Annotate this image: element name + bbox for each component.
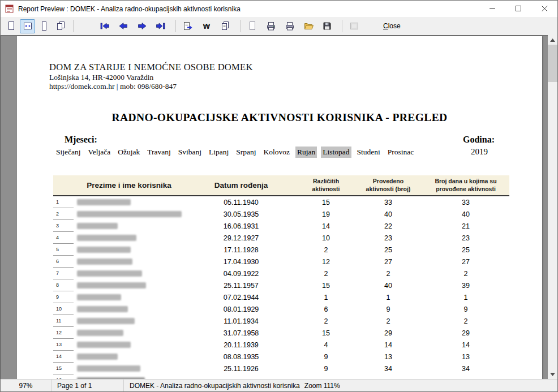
print-button[interactable] (282, 19, 297, 33)
table-row: 1111.01.1934222 (53, 315, 509, 327)
page-setup-button[interactable] (244, 19, 260, 33)
row-activities-count: 1 (354, 294, 422, 301)
row-name-redacted (74, 354, 184, 360)
row-distinct-activities: 9 (298, 365, 354, 373)
row-number: 1 (53, 196, 74, 208)
print-setup-button[interactable] (263, 19, 278, 33)
goto-page-button[interactable] (180, 19, 195, 33)
page-100-view-button[interactable] (36, 19, 51, 33)
row-name-redacted (74, 270, 184, 277)
first-page-button[interactable] (97, 19, 112, 33)
row-activity-days: 40 (422, 210, 509, 218)
table-row: 1525.11.192693434 (53, 363, 509, 374)
scroll-up-icon[interactable] (548, 35, 557, 45)
toolbar-separator (342, 20, 342, 32)
row-name-redacted (74, 282, 184, 288)
status-progress: 97% (1, 380, 51, 391)
vertical-scrollbar[interactable] (548, 35, 557, 379)
row-activities-count: 23 (354, 234, 422, 242)
row-birthdate: 17.04.1930 (184, 258, 298, 266)
multi-page-view-button[interactable] (53, 19, 68, 33)
row-distinct-activities: 14 (298, 222, 354, 230)
toolbar: W (1, 17, 557, 35)
row-distinct-activities: 19 (298, 210, 354, 218)
row-distinct-activities: 2 (298, 270, 354, 278)
row-distinct-activities: 6 (298, 305, 354, 313)
row-name-redacted (74, 365, 184, 372)
watermark-button[interactable]: W (199, 19, 214, 33)
prev-page-button[interactable] (115, 19, 131, 33)
copy-page-button[interactable] (217, 19, 233, 33)
row-name-redacted (74, 342, 184, 348)
report-page: DOM ZA STARIJE I NEMOĆNE OSOBE DOMEK Loš… (17, 36, 542, 379)
toolbar-separator (175, 20, 176, 32)
year-label: Godina: (463, 135, 495, 145)
report-letterhead: DOM ZA STARIJE I NEMOĆNE OSOBE DOMEK Loš… (49, 62, 542, 91)
app-icon (5, 5, 14, 14)
row-number: 15 (53, 363, 74, 374)
row-birthdate: 08.08.1935 (184, 353, 298, 361)
row-distinct-activities: 15 (298, 199, 354, 206)
months-header: Mjeseci: Godina: (65, 135, 495, 145)
row-number: 14 (53, 351, 74, 363)
row-activities-count: 40 (354, 210, 422, 218)
row-name-redacted (74, 330, 184, 336)
row-activities-count: 27 (354, 258, 422, 266)
row-name-redacted (74, 259, 184, 265)
row-number: 12 (53, 327, 74, 339)
next-page-button[interactable] (134, 19, 149, 33)
maximize-button[interactable] (505, 1, 531, 17)
row-activities-count: 14 (354, 341, 422, 349)
table-header: Prezime i ime korisnika Datum rođenja Ra… (53, 175, 509, 196)
row-birthdate: 11.01.1934 (184, 317, 298, 325)
row-name-redacted (74, 223, 184, 229)
row-number: 13 (53, 339, 74, 351)
row-number: 10 (53, 303, 74, 315)
table-row: 907.02.1944111 (53, 291, 509, 303)
row-name-redacted (74, 306, 184, 312)
status-zoom: Zoom 111% (304, 382, 340, 390)
month-rujan: Rujan (295, 147, 317, 158)
header-distinct-activities: Različitih aktivnosti (298, 175, 354, 195)
row-birthdate: 25.11.1957 (184, 282, 298, 290)
row-activities-count: 2 (354, 317, 422, 325)
whole-page-view-button[interactable] (3, 19, 19, 33)
open-report-button[interactable] (301, 19, 316, 33)
table-row: 517.11.192822525 (53, 244, 509, 256)
month-lipanj: Lipanj (207, 147, 230, 158)
row-number: 3 (53, 220, 74, 232)
save-report-button[interactable] (319, 19, 334, 33)
status-document: DOMEK - Analiza radno-okupacijskih aktiv… (124, 380, 557, 391)
row-distinct-activities: 4 (298, 341, 354, 349)
row-activity-days: 25 (422, 246, 509, 254)
row-activities-count: 40 (354, 282, 422, 290)
fit-width-view-button[interactable] (20, 19, 35, 33)
row-activity-days: 39 (422, 282, 509, 290)
row-activities-count: 34 (354, 365, 422, 373)
table-row: 1008.01.1929699 (53, 303, 509, 315)
minimize-button[interactable] (479, 1, 505, 17)
status-document-title: DOMEK - Analiza radno-okupacijskih aktiv… (130, 382, 300, 390)
row-activity-days: 9 (422, 305, 509, 313)
month-studeni: Studeni (355, 147, 382, 158)
report-preview-window: Report Preview : DOMEK - Analiza radno-o… (0, 0, 558, 392)
row-birthdate: 25.11.1926 (184, 365, 298, 373)
row-activity-days: 33 (422, 199, 509, 206)
months-line: SiječanjVeljačaOžujakTravanjSvibanjLipan… (54, 147, 542, 158)
row-activity-days: 1 (422, 294, 509, 301)
toolbar-separator (240, 20, 241, 32)
months-row: SiječanjVeljačaOžujakTravanjSvibanjLipan… (54, 147, 415, 158)
row-distinct-activities: 2 (298, 317, 354, 325)
last-page-button[interactable] (153, 19, 168, 33)
row-name-redacted (74, 247, 184, 253)
close-button[interactable]: Close (380, 20, 404, 32)
months-label: Mjeseci: (65, 135, 97, 145)
row-activities-count: 2 (354, 270, 422, 278)
month-veljača: Veljača (87, 147, 113, 158)
scroll-down-icon[interactable] (548, 369, 557, 379)
close-window-button[interactable] (531, 1, 557, 17)
row-name-redacted (74, 211, 184, 217)
month-kolovoz: Kolovoz (262, 147, 292, 158)
window-title: Report Preview : DOMEK - Analiza radno-o… (18, 5, 479, 13)
scrollbar-thumb[interactable] (548, 45, 557, 82)
